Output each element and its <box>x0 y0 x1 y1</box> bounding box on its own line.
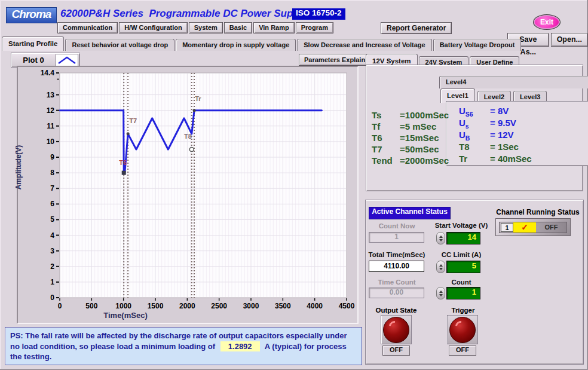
tab-slow-decrease-increase[interactable]: Slow Decrease and Increase of Voltage <box>297 39 431 51</box>
app-title: 62000P&H Series Programmable DC Power Su… <box>60 8 308 20</box>
svg-text:3500: 3500 <box>275 302 291 310</box>
menu-button-program[interactable]: Program <box>296 22 333 33</box>
menu-button-vin-ramp[interactable]: Vin Ramp <box>253 22 295 33</box>
svg-text:500: 500 <box>85 302 97 310</box>
application-window: Chroma 62000P&H Series Programmable DC P… <box>0 0 588 370</box>
svg-text:7: 7 <box>50 184 54 192</box>
start-voltage-label: Start Voltage (V) <box>431 222 491 229</box>
tab-reset-behavior[interactable]: Reset behavior at voltage drop <box>65 39 174 51</box>
channel-check-icon: ✓ <box>513 222 536 233</box>
trigger-knob-icon <box>449 317 476 343</box>
count-now-display: 1 <box>369 232 424 243</box>
svg-text:5: 5 <box>50 215 54 224</box>
trigger-label: Trigger <box>442 307 484 314</box>
menu-button-system[interactable]: System <box>189 22 223 33</box>
svg-text:6: 6 <box>50 200 54 208</box>
svg-text:12: 12 <box>47 106 55 115</box>
svg-text:1500: 1500 <box>148 302 164 310</box>
channel-state-text: OFF <box>536 224 566 231</box>
count-input[interactable]: 1 <box>446 287 480 299</box>
tab-starting-profile[interactable]: Starting Profile <box>2 36 64 51</box>
svg-text:3000: 3000 <box>243 302 259 310</box>
svg-text:Tr: Tr <box>195 95 201 102</box>
total-time-label: Total Time(mSec) <box>367 251 427 258</box>
active-channel-status-badge: Active Channel Status <box>369 207 451 219</box>
timing-row: T7=50mSec <box>372 143 449 155</box>
svg-text:2500: 2500 <box>211 302 227 310</box>
svg-text:10: 10 <box>47 137 55 146</box>
count-spinner[interactable] <box>436 287 445 299</box>
value-row-t8: T8= 1Sec <box>459 142 532 154</box>
legend-line-icon <box>56 54 78 66</box>
svg-text:8: 8 <box>50 169 54 177</box>
note-loading-value: 1.2892 <box>220 341 260 352</box>
start-voltage-input[interactable]: 14 <box>446 232 480 244</box>
value-row-ub: UB= 12V <box>459 130 532 142</box>
waveform-chart[interactable]: T6T7T8Tr01234567891011121314.40500100015… <box>17 66 359 324</box>
svg-text:0: 0 <box>50 293 54 302</box>
svg-text:1: 1 <box>50 278 54 286</box>
svg-text:0: 0 <box>58 302 62 310</box>
svg-text:1000: 1000 <box>115 302 131 310</box>
menu-button-communication[interactable]: Communication <box>57 22 118 33</box>
total-time-input[interactable]: 4110.00 <box>369 261 424 272</box>
tab-battery-voltage-dropout[interactable]: Battery Voltage Dropout <box>433 39 522 51</box>
value-row-us: Us= 9.5V <box>459 118 532 130</box>
tab-level4[interactable]: Level4 <box>439 76 588 88</box>
svg-text:4500: 4500 <box>339 302 355 310</box>
timing-row: Tf=5 mSec <box>372 121 449 132</box>
svg-text:13: 13 <box>47 91 55 99</box>
trigger-button[interactable] <box>447 315 478 344</box>
channel-running-status-label: Channel Running Status <box>492 208 583 216</box>
y-axis-label: Amplitude(V) <box>14 108 23 227</box>
parameters-explain-button[interactable]: Parameters Explain <box>299 54 370 66</box>
count-label: Count <box>431 279 491 286</box>
menu-bar: Communication H/W Configuration System B… <box>57 22 333 33</box>
waveform-plot-frame: T6T7T8Tr01234567891011121314.40500100015… <box>17 66 359 324</box>
svg-text:T6: T6 <box>119 159 127 166</box>
output-state-knob-icon <box>383 317 409 343</box>
open-button[interactable]: Open... <box>551 33 588 47</box>
trigger-value: OFF <box>449 345 476 356</box>
level1-values: US6= 8V Us= 9.5V UB= 12V T8= 1Sec Tr= 40… <box>459 106 532 166</box>
menu-button-hw-configuration[interactable]: H/W Configuration <box>119 22 188 33</box>
timing-row: T6=15mSec <box>372 132 449 143</box>
timing-parameters: Ts=1000mSec Tf=5 mSec T6=15mSec T7=50mSe… <box>372 109 449 166</box>
plot-legend-label: Plot 0 <box>11 56 56 65</box>
count-now-label: Count Now <box>367 222 427 230</box>
value-row-us6: US6= 8V <box>459 106 532 118</box>
time-count-label: Time Count <box>367 279 427 286</box>
main-tab-bar: Starting Profile Reset behavior at volta… <box>2 36 521 51</box>
cc-limit-input[interactable]: 5 <box>446 261 480 273</box>
svg-text:Time(mSec): Time(mSec) <box>103 311 147 320</box>
output-state-value: OFF <box>382 345 410 356</box>
menu-button-basic[interactable]: Basic <box>224 22 252 33</box>
output-state-button[interactable] <box>381 315 412 344</box>
svg-text:11: 11 <box>47 122 54 130</box>
exit-button[interactable]: Exit <box>534 15 560 29</box>
iso-standard-badge: ISO 16750-2 <box>292 8 345 20</box>
svg-text:2: 2 <box>50 262 54 271</box>
chroma-logo: Chroma <box>6 7 57 23</box>
timing-row: Tend=2000mSec <box>372 155 449 166</box>
value-row-tr: Tr= 40mSec <box>459 154 532 166</box>
channel-running-status-control[interactable]: 1 ✓ OFF <box>495 218 571 236</box>
channel-running-status-inner: 1 ✓ OFF <box>499 222 567 233</box>
start-voltage-spinner[interactable] <box>436 232 445 244</box>
svg-text:T7: T7 <box>129 117 137 124</box>
svg-text:4000: 4000 <box>307 302 323 310</box>
svg-text:4: 4 <box>50 231 54 240</box>
channel-number: 1 <box>501 223 513 232</box>
svg-text:9: 9 <box>50 153 54 161</box>
report-generator-button[interactable]: Report Generator <box>381 22 452 34</box>
output-state-label: Output State <box>375 307 417 314</box>
cc-limit-spinner[interactable] <box>436 261 445 273</box>
tab-momentary-drop[interactable]: Momentary drop in supply voltage <box>176 39 296 51</box>
svg-text:3: 3 <box>50 247 54 255</box>
time-count-display: 0.00 <box>369 288 424 298</box>
cc-limit-label: CC Limit (A) <box>431 251 491 258</box>
timing-row: Ts=1000mSec <box>372 109 449 121</box>
svg-text:14.4: 14.4 <box>41 69 55 77</box>
svg-text:2000: 2000 <box>179 302 195 310</box>
ps-note: PS: The fall rate will be affected by th… <box>5 327 362 365</box>
